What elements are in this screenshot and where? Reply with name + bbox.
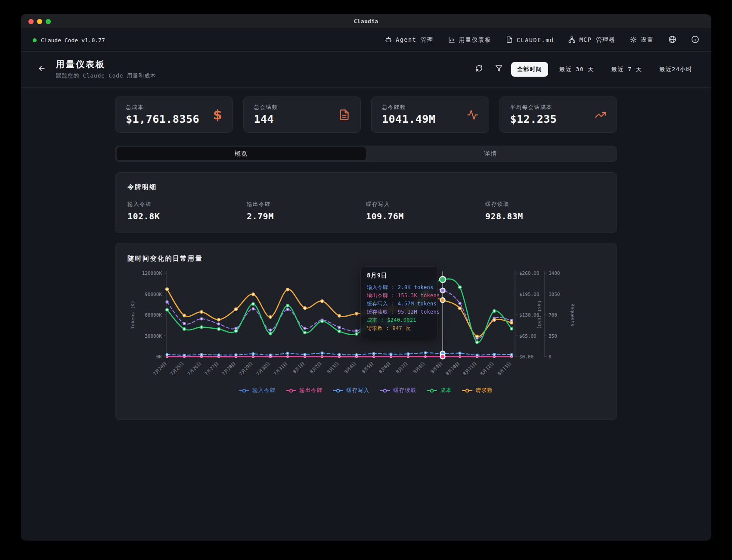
legend-label: 成本	[440, 387, 452, 394]
token-stat-label: 输入令牌	[127, 201, 247, 208]
legend-line-icon	[462, 389, 472, 393]
app-version-status: Claude Code v1.0.77	[33, 37, 105, 44]
svg-text:120000K: 120000K	[142, 271, 162, 276]
activity-icon	[467, 109, 478, 121]
dollar-icon: $	[213, 107, 222, 122]
language-globe-button[interactable]	[668, 35, 676, 45]
info-button[interactable]	[691, 35, 699, 45]
menu-item-settings[interactable]: 设置	[630, 36, 654, 44]
legend-item[interactable]: 缓存写入	[333, 387, 369, 394]
svg-text:$65.00: $65.00	[519, 333, 537, 339]
svg-text:Cost (USD): Cost (USD)	[537, 301, 542, 329]
window-title: Claudia	[354, 18, 378, 25]
daily-usage-chart[interactable]: 0K30000K60000K90000K120000K$0.00$65.00$1…	[127, 269, 605, 386]
menu-item-label: CLAUDE.md	[517, 37, 554, 44]
svg-text:8月1日: 8月1日	[292, 361, 305, 374]
bot-icon	[385, 36, 392, 44]
svg-text:$195.00: $195.00	[519, 292, 539, 297]
menu-item-usage-dashboard[interactable]: 用量仪表板	[448, 36, 491, 44]
menu-bar: Claude Code v1.0.77 Agent 管理 用量仪表板 CLAUD…	[21, 29, 711, 52]
file-text-icon	[338, 109, 350, 121]
svg-text:1050: 1050	[549, 292, 560, 297]
stat-card-total-sessions: 总会话数 144	[243, 96, 361, 133]
tab-overview[interactable]: 概览	[117, 147, 366, 160]
legend-line-icon	[380, 389, 390, 393]
menu-item-label: 用量仪表板	[459, 36, 491, 44]
chart-tooltip: 8月9日输入令牌 : 2.8K tokens输出令牌 : 155.3K toke…	[360, 266, 438, 338]
stat-card-total-tokens: 总令牌数 1041.49M	[371, 96, 489, 133]
legend-line-icon	[333, 389, 343, 393]
menu-item-agents[interactable]: Agent 管理	[385, 36, 434, 44]
legend-line-icon	[286, 389, 296, 393]
token-stat-value: 109.76M	[366, 211, 485, 221]
close-window-button[interactable]	[28, 19, 34, 24]
tooltip-date: 8月9日	[367, 272, 431, 280]
status-dot-icon	[33, 38, 37, 42]
menu-item-label: Agent 管理	[396, 36, 434, 44]
token-stat-label: 缓存读取	[485, 201, 605, 208]
app-version-label: Claude Code v1.0.77	[41, 37, 105, 44]
svg-text:7月25日: 7月25日	[169, 361, 185, 376]
daily-usage-chart-card: 随时间变化的日常用量 0K30000K60000K90000K120000K$0…	[115, 243, 617, 420]
filter-last-24-hours-button[interactable]: 最近24小时	[653, 62, 698, 77]
token-stat-input: 输入令牌 102.8K	[127, 201, 247, 221]
legend-label: 请求数	[475, 387, 493, 394]
svg-text:$130.00: $130.00	[519, 312, 539, 318]
tooltip-row: 成本 : $240.0021	[367, 316, 431, 324]
menu-item-claude-md[interactable]: CLAUDE.md	[506, 36, 554, 44]
svg-text:8月5日: 8月5日	[360, 361, 374, 374]
svg-text:7月29日: 7月29日	[238, 361, 254, 376]
app-window: Claudia Claude Code v1.0.77 Agent 管理 用量仪…	[21, 14, 711, 541]
svg-text:8月2日: 8月2日	[309, 361, 323, 374]
maximize-window-button[interactable]	[46, 19, 51, 24]
legend-item[interactable]: 输入令牌	[239, 387, 276, 394]
minimize-window-button[interactable]	[37, 19, 42, 24]
refresh-icon	[475, 65, 483, 74]
legend-label: 缓存写入	[346, 387, 369, 394]
stat-card-avg-cost-per-session: 平均每会话成本 $12.235	[499, 96, 617, 133]
tab-details[interactable]: 详情	[366, 147, 615, 160]
svg-text:700: 700	[549, 312, 557, 318]
tooltip-row: 输入令牌 : 2.8K tokens	[367, 283, 431, 292]
token-stat-value: 2.79M	[247, 211, 366, 221]
filter-button[interactable]	[491, 62, 506, 77]
token-breakdown-title: 令牌明细	[127, 183, 605, 191]
tooltip-row: 请求数 : 947 次	[367, 324, 431, 333]
legend-item[interactable]: 输出令牌	[286, 387, 323, 394]
tooltip-row: 输出令牌 : 155.3K tokens	[367, 292, 431, 300]
legend-item[interactable]: 请求数	[462, 387, 493, 394]
legend-item[interactable]: 缓存读取	[380, 387, 416, 394]
svg-text:7月24日: 7月24日	[152, 361, 168, 376]
legend-label: 输入令牌	[252, 387, 276, 394]
svg-text:60000K: 60000K	[145, 312, 162, 318]
svg-text:8月8日: 8月8日	[412, 361, 426, 374]
svg-text:7月27日: 7月27日	[204, 361, 220, 376]
stat-value: 144	[254, 113, 278, 125]
svg-text:0K: 0K	[156, 354, 162, 360]
svg-text:Tokens (K): Tokens (K)	[130, 301, 136, 329]
refresh-button[interactable]	[471, 62, 486, 77]
menu-item-label: MCP 管理器	[579, 36, 615, 44]
legend-item[interactable]: 成本	[427, 387, 452, 394]
bar-chart-icon	[448, 36, 455, 44]
svg-text:1400: 1400	[549, 271, 560, 276]
filter-last-30-days-button[interactable]: 最近 30 天	[553, 62, 600, 77]
svg-text:8月4日: 8月4日	[343, 361, 357, 374]
page-title: 用量仪表板	[56, 59, 156, 70]
filter-last-7-days-button[interactable]: 最近 7 天	[605, 62, 648, 77]
svg-text:8月12日: 8月12日	[479, 361, 495, 376]
svg-text:$0.00: $0.00	[519, 354, 533, 360]
stat-cards: 总成本 $1,761.8356 $ 总会话数 144 总令牌数 1041.49M	[115, 96, 617, 133]
back-button[interactable]	[34, 61, 50, 78]
menu-item-mcp-manager[interactable]: MCP 管理器	[568, 36, 615, 44]
gear-icon	[630, 36, 637, 44]
stat-value: 1041.49M	[382, 113, 435, 125]
legend-label: 缓存读取	[393, 387, 416, 394]
arrow-left-icon	[37, 64, 46, 75]
stat-label: 总成本	[126, 104, 199, 111]
filter-all-time-button[interactable]: 全部时间	[511, 62, 548, 77]
token-stat-value: 102.8K	[127, 211, 247, 221]
page-header: 用量仪表板 跟踪您的 Claude Code 用量和成本 全部时间 最近 30 …	[21, 52, 711, 88]
svg-text:7月30日: 7月30日	[255, 361, 271, 376]
file-text-icon	[506, 36, 513, 44]
